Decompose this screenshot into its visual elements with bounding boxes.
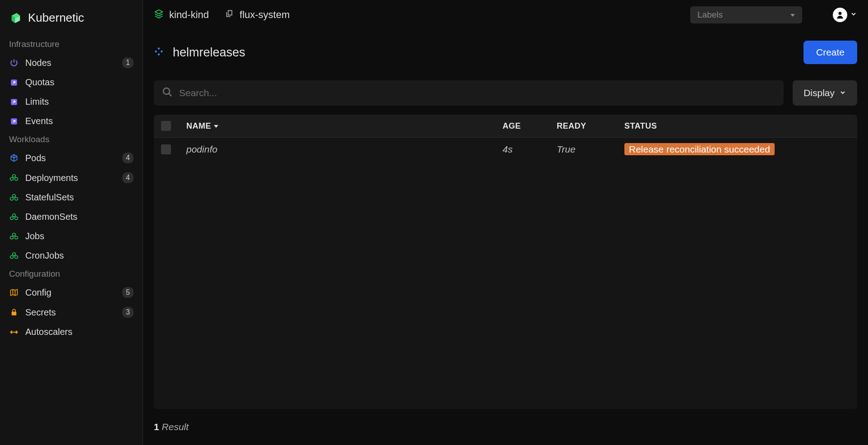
sidebar-item-quotas[interactable]: Quotas (0, 73, 143, 92)
table-header: NAME AGE READY STATUS (154, 115, 857, 138)
cubes-icon (9, 232, 19, 241)
search-icon (162, 87, 173, 99)
sidebar-item-label: Config (25, 287, 116, 298)
sidebar-item-label: Nodes (25, 58, 116, 68)
sidebar-item-jobs[interactable]: Jobs (0, 227, 143, 246)
breadcrumb-namespace-label: flux-system (240, 9, 290, 21)
chevron-down-icon (839, 88, 846, 98)
sidebar-item-label: Events (25, 116, 134, 126)
column-header-name[interactable]: NAME (186, 121, 503, 131)
breadcrumb-cluster[interactable]: kind-kind (154, 9, 209, 21)
column-header-ready[interactable]: READY (557, 121, 624, 131)
cell-name: podinfo (186, 144, 503, 155)
cube-icon (9, 153, 19, 163)
external-icon (9, 116, 19, 126)
sidebar-item-label: Pods (25, 153, 116, 163)
layers-icon (154, 9, 164, 21)
brand[interactable]: Kubernetic (0, 5, 143, 36)
cell-ready: True (557, 144, 624, 155)
page-header: helmreleases Create (143, 30, 868, 80)
sidebar-item-nodes[interactable]: Nodes 1 (0, 53, 143, 73)
sidebar-item-config[interactable]: Config 5 (0, 283, 143, 302)
labels-dropdown-placeholder: Labels (697, 10, 723, 20)
toolbar: Display (143, 80, 868, 115)
chevron-down-icon (850, 10, 857, 19)
external-icon (9, 97, 19, 107)
arrows-icon (9, 327, 19, 337)
user-menu[interactable] (833, 8, 857, 22)
sidebar-item-statefulsets[interactable]: StatefulSets (0, 188, 143, 207)
external-icon (9, 78, 19, 88)
cubes-icon (9, 173, 19, 183)
sidebar-item-label: Jobs (25, 231, 134, 241)
sidebar-item-autoscalers[interactable]: Autoscalers (0, 322, 143, 342)
table-row[interactable]: podinfo 4s True Release reconciliation s… (154, 138, 857, 161)
brand-logo-icon (9, 11, 23, 25)
sidebar-item-daemonsets[interactable]: DaemonSets (0, 207, 143, 227)
create-button[interactable]: Create (803, 41, 857, 64)
sidebar-item-limits[interactable]: Limits (0, 92, 143, 111)
breadcrumb-cluster-label: kind-kind (169, 9, 209, 21)
main-content: kind-kind flux-system Labels helmrelease… (143, 0, 868, 445)
breadcrumb-namespace[interactable]: flux-system (225, 9, 290, 21)
svg-point-4 (163, 88, 170, 94)
sidebar-item-badge: 5 (122, 287, 134, 298)
sidebar-item-badge: 3 (122, 307, 134, 318)
sidebar-item-secrets[interactable]: Secrets 3 (0, 302, 143, 322)
sidebar-item-badge: 4 (122, 153, 134, 163)
cell-status: Release reconciliation succeeded (624, 144, 850, 155)
lock-icon (9, 307, 19, 317)
sidebar-item-label: DaemonSets (25, 212, 134, 222)
status-badge: Release reconciliation succeeded (624, 143, 775, 155)
copy-icon (225, 9, 234, 21)
table: NAME AGE READY STATUS podinfo 4s True Re… (154, 115, 857, 409)
search-input[interactable] (179, 88, 776, 98)
sidebar: Kubernetic Infrastructure Nodes 1 Quotas… (0, 0, 143, 445)
map-icon (9, 287, 19, 297)
sidebar-item-badge: 4 (122, 172, 134, 183)
sidebar-item-label: CronJobs (25, 250, 134, 261)
cubes-icon (9, 193, 19, 203)
section-title-configuration: Configuration (0, 265, 143, 283)
search-box[interactable] (154, 80, 784, 106)
sidebar-item-label: Deployments (25, 173, 116, 183)
sidebar-item-label: Autoscalers (25, 327, 134, 337)
caret-down-icon (790, 10, 795, 20)
sidebar-item-events[interactable]: Events (0, 111, 143, 131)
user-avatar-icon (833, 8, 847, 22)
result-count: 1 Result (143, 409, 868, 445)
sidebar-item-pods[interactable]: Pods 4 (0, 148, 143, 168)
row-checkbox[interactable] (161, 144, 171, 154)
display-button-label: Display (803, 88, 835, 98)
labels-dropdown[interactable]: Labels (690, 6, 802, 23)
column-header-age[interactable]: AGE (503, 121, 557, 131)
cell-age: 4s (503, 144, 557, 155)
sidebar-item-deployments[interactable]: Deployments 4 (0, 168, 143, 188)
column-header-status[interactable]: STATUS (624, 121, 850, 131)
sidebar-item-label: Secrets (25, 307, 116, 318)
svg-point-3 (839, 12, 842, 15)
display-button[interactable]: Display (793, 80, 857, 106)
cubes-icon (9, 212, 19, 222)
sidebar-item-label: Limits (25, 97, 134, 107)
section-title-workloads: Workloads (0, 131, 143, 148)
brand-name: Kubernetic (28, 11, 84, 25)
resource-icon (154, 46, 164, 58)
topbar: kind-kind flux-system Labels (143, 0, 868, 30)
sidebar-item-label: StatefulSets (25, 192, 134, 203)
page-title: helmreleases (173, 46, 245, 60)
select-all-checkbox[interactable] (161, 121, 171, 131)
sidebar-item-cronjobs[interactable]: CronJobs (0, 246, 143, 265)
sidebar-item-badge: 1 (122, 57, 134, 68)
power-icon (9, 58, 19, 68)
section-title-infrastructure: Infrastructure (0, 36, 143, 53)
caret-down-icon (214, 121, 218, 131)
sidebar-item-label: Quotas (25, 77, 134, 88)
cubes-icon (9, 251, 19, 261)
